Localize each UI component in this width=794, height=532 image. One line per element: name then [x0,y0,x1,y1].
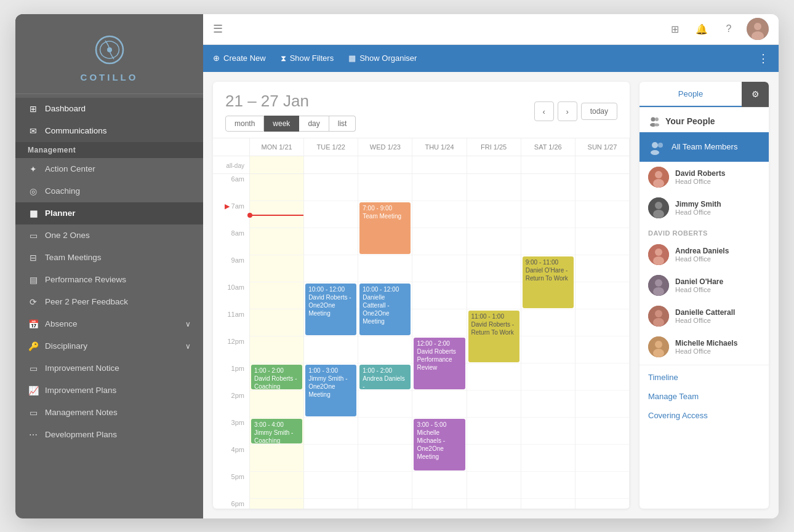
person-danielle-catterall[interactable]: Danielle Catterall Head Office [640,301,769,332]
sidebar-item-development-plans[interactable]: ⋯ Development Plans [15,424,203,446]
person-daniel-ohare[interactable]: Daniel O'Hare Head Office [640,270,769,301]
sidebar-item-label: Peer 2 Peer Feedback [45,297,128,306]
create-new-icon: ⊕ [213,54,220,63]
sidebar-item-action-center[interactable]: ✦ Action Center [15,158,203,180]
event-danielle-one2one-wed[interactable]: 10:00 - 12:00Danielle Catterall - One2On… [359,284,411,335]
link-covering-access[interactable]: Covering Access [640,406,769,425]
person-jimmy-smith[interactable]: Jimmy Smith Head Office [640,193,769,223]
grid-icon[interactable]: ⊞ [665,20,684,38]
sidebar-item-improvement-notice[interactable]: ▭ Improvement Notice [15,357,203,379]
event-one2one-tue2[interactable]: 1:00 - 3:00Jimmy Smith - One2One Meeting [305,365,356,416]
time-column: 6am ▶ 7am 8am 9am 10am 11am 12pm 1pm 2pm… [213,174,250,509]
calendar-nav: ‹ › today [534,101,617,121]
sidebar-item-performance-reviews[interactable]: ▤ Performance Reviews [15,269,203,291]
svg-point-7 [655,117,659,121]
all-day-tue [304,156,358,173]
more-options-icon[interactable]: ⋮ [758,52,769,65]
event-andrea-wed[interactable]: 1:00 - 2:00Andrea Daniels - [359,365,411,389]
sidebar-item-peer2peer[interactable]: ⟳ Peer 2 Peer Feedback [15,291,203,313]
event-michelle-one2one-thu[interactable]: 3:00 - 5:00Michelle Michaels - One2One M… [414,419,465,470]
person-david-roberts[interactable]: David Roberts Head Office [640,162,769,193]
svg-point-22 [655,279,662,287]
management-label: Management [28,146,76,154]
tab-day[interactable]: day [299,116,329,132]
people-divider [640,365,769,365]
svg-point-19 [655,248,662,256]
tab-people[interactable]: People [640,82,742,107]
avatar-andrea-daniels [648,244,669,265]
avatar-danielle-catterall [648,306,669,327]
person-andrea-daniels[interactable]: Andrea Daniels Head Office [640,239,769,270]
sidebar-item-label: Communications [45,126,107,135]
svg-point-20 [653,256,664,265]
sidebar-item-label: Dashboard [45,104,86,113]
user-avatar[interactable] [747,18,769,40]
day-col-tue: 10:00 - 12:00David Roberts - One2One Mee… [304,174,358,509]
sidebar-section-management: Management [15,142,203,158]
event-return-to-work-fri[interactable]: 11:00 - 1:00David Roberts - Return To Wo… [468,311,519,362]
show-filters-button[interactable]: ⧗ Show Filters [281,54,334,63]
sidebar-item-communications[interactable]: ✉ Communications [15,120,203,142]
time-12pm: 12pm [213,336,250,363]
person-michelle-michaels[interactable]: Michelle Michaels Head Office [640,332,769,362]
person-name-daniel: Daniel O'Hare [675,277,760,286]
event-performance-review-thu[interactable]: 12:00 - 2:00David Roberts Performance Re… [414,338,465,389]
sidebar-item-absence[interactable]: 📅 Absence ∨ [15,313,203,335]
person-info-andrea: Andrea Daniels Head Office [675,247,760,263]
sidebar-item-planner[interactable]: ▦ Planner [15,202,203,224]
absence-chevron: ∨ [185,320,191,328]
tab-settings[interactable]: ⚙ [742,82,769,107]
person-info-michelle: Michelle Michaels Head Office [675,339,760,355]
sidebar-item-coaching[interactable]: ◎ Coaching [15,180,203,202]
sidebar-item-management-notes[interactable]: ▭ Management Notes [15,402,203,424]
event-coaching-mon[interactable]: 1:00 - 2:00David Roberts - Coaching [251,365,302,389]
show-organiser-button[interactable]: ▦ Show Organiser [348,54,417,63]
sidebar-item-dashboard[interactable]: ⊞ Dashboard [15,98,203,120]
svg-point-14 [653,179,664,188]
sidebar-item-team-meetings[interactable]: ⊟ Team Meetings [15,247,203,269]
dashboard-icon: ⊞ [28,104,39,114]
event-team-meeting-wed[interactable]: 7:00 - 9:00Team Meeting [359,202,411,254]
next-button[interactable]: › [558,101,577,121]
link-manage-team[interactable]: Manage Team [640,387,769,406]
sidebar-item-disciplinary[interactable]: 🔑 Disciplinary ∨ [15,335,203,357]
avatar-jimmy-smith [648,197,669,218]
calendar-body: MON 1/21 TUE 1/22 WED 1/23 THU 1/24 FRI … [213,138,630,509]
all-day-sun [575,156,630,173]
sidebar-item-one2ones[interactable]: ▭ One 2 Ones [15,224,203,247]
management-notes-icon: ▭ [28,408,39,418]
time-5pm: 5pm [213,472,250,499]
calendar-section: 21 – 27 Jan month week day list ‹ › toda… [213,82,630,509]
svg-point-9 [652,142,658,148]
create-new-button[interactable]: ⊕ Create New [213,54,266,63]
event-one2one-tue[interactable]: 10:00 - 12:00David Roberts - One2One Mee… [305,284,356,335]
all-day-fri [467,156,521,173]
event-coaching-mon2[interactable]: 3:00 - 4:00Jimmy Smith - Coaching [251,419,302,443]
svg-point-17 [653,210,664,218]
people-header-bar: People ⚙ [640,82,769,108]
svg-point-29 [653,349,664,357]
time-8am: 8am [213,228,250,255]
tab-month[interactable]: month [225,116,264,132]
time-10am: 10am [213,282,250,309]
calendar-title-area: 21 – 27 Jan month week day list [225,92,356,132]
calendar-date-range: 21 – 27 Jan [225,92,356,111]
prev-button[interactable]: ‹ [534,101,554,121]
hamburger-icon[interactable]: ☰ [213,22,223,36]
link-timeline[interactable]: Timeline [640,368,769,387]
all-day-row: all-day [213,156,630,174]
logo-text: COTILLO [81,72,138,82]
svg-point-8 [654,123,659,126]
tab-list[interactable]: list [329,116,356,132]
event-return-to-work-sat[interactable]: 9:00 - 11:00Daniel O'Hare - Return To Wo… [523,256,574,308]
all-team-members-button[interactable]: All Team Members [640,132,769,162]
bell-icon[interactable]: 🔔 [692,20,711,38]
help-icon[interactable]: ? [720,20,738,38]
calendar-grid: 6am ▶ 7am 8am 9am 10am 11am 12pm 1pm 2pm… [213,174,630,509]
sidebar-item-improvement-plans[interactable]: 📈 Improvement Plans [15,379,203,402]
today-button[interactable]: today [581,103,617,120]
tab-week[interactable]: week [264,116,299,132]
show-filters-label: Show Filters [290,54,334,63]
person-name-danielle: Danielle Catterall [675,308,760,317]
day-col-wed: 7:00 - 9:00Team Meeting 10:00 - 12:00Dan… [358,174,412,509]
